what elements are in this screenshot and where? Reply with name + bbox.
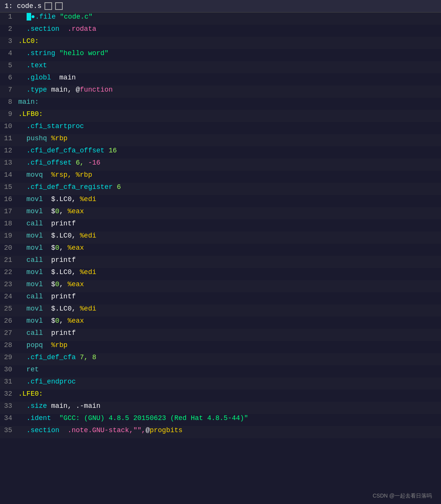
line-content: .section .rodata (18, 25, 96, 33)
code-line: 7 .type main, @function (0, 86, 441, 98)
line-content: movl $.LC0, %edi (18, 195, 96, 203)
line-number: 11 (0, 135, 18, 142)
line-number: 9 (0, 110, 18, 118)
line-number: 31 (0, 378, 18, 385)
line-number: 8 (0, 98, 18, 106)
code-line: 27 call printf (0, 329, 441, 341)
line-number: 30 (0, 366, 18, 373)
line-content: .type main, @function (18, 86, 113, 94)
code-line: 18 call printf (0, 219, 441, 231)
line-number: 32 (0, 390, 18, 398)
code-line: 28 popq %rbp (0, 341, 441, 353)
code-line: 22 movl $.LC0, %edi (0, 268, 441, 280)
cursor-dot (27, 13, 31, 21)
line-content: .cfi_startproc (18, 122, 84, 130)
line-number: 12 (0, 147, 18, 154)
code-line: 2 .section .rodata (0, 25, 441, 37)
line-number: 28 (0, 341, 18, 349)
line-content: .LC0: (18, 37, 39, 45)
code-line: 26 movl $0, %eax (0, 317, 441, 329)
window-btn-1[interactable] (44, 2, 52, 10)
line-content: movl $0, %eax (18, 281, 84, 288)
line-number: 26 (0, 317, 18, 325)
code-line: 32.LFE0: (0, 390, 441, 402)
line-number: 2 (0, 25, 18, 33)
code-line: 4 .string "hello word" (0, 49, 441, 61)
code-line: 13 .cfi_offset 6, -16 (0, 158, 441, 171)
window-btn-2[interactable] (55, 2, 63, 10)
line-content: ●.file "code.c" (18, 13, 93, 21)
line-content: pushq %rbp (18, 135, 68, 142)
line-content: .cfi_def_cfa 7, 8 (18, 353, 96, 361)
line-number: 6 (0, 74, 18, 81)
line-number: 33 (0, 402, 18, 410)
code-line: 5 .text (0, 61, 441, 73)
line-number: 25 (0, 305, 18, 312)
code-line: 1 ●.file "code.c" (0, 13, 441, 25)
line-content: popq %rbp (18, 341, 68, 349)
code-line: 30 ret (0, 365, 441, 377)
line-content: call printf (18, 256, 76, 264)
line-content: movl $0, %eax (18, 317, 84, 325)
line-content: .LFE0: (18, 390, 43, 398)
code-line: 34 .ident "GCC: (GNU) 4.8.5 20150623 (Re… (0, 414, 441, 426)
line-number: 16 (0, 195, 18, 203)
line-content: .text (18, 62, 47, 69)
code-line: 8main: (0, 98, 441, 110)
line-number: 1 (0, 13, 18, 21)
line-number: 27 (0, 329, 18, 337)
code-area: 1 ●.file "code.c"2 .section .rodata3.LC0… (0, 13, 441, 438)
line-number: 7 (0, 86, 18, 94)
code-line: 16 movl $.LC0, %edi (0, 195, 441, 207)
code-line: 11 pushq %rbp (0, 134, 441, 146)
line-number: 23 (0, 281, 18, 288)
code-line: 19 movl $.LC0, %edi (0, 231, 441, 244)
line-content: .ident "GCC: (GNU) 4.8.5 20150623 (Red H… (18, 414, 248, 422)
line-number: 3 (0, 37, 18, 45)
line-number: 18 (0, 220, 18, 227)
title-label: 1: code.s (5, 2, 41, 10)
line-content: movl $.LC0, %edi (18, 232, 96, 239)
code-line: 12 .cfi_def_cfa_offset 16 (0, 146, 441, 158)
code-line: 31 .cfi_endproc (0, 377, 441, 390)
line-number: 17 (0, 208, 18, 215)
line-number: 34 (0, 414, 18, 422)
line-number: 35 (0, 426, 18, 434)
title-bar: 1: code.s (0, 0, 441, 13)
line-content: main: (18, 98, 39, 106)
line-content: .cfi_offset 6, -16 (18, 159, 100, 166)
code-line: 20 movl $0, %eax (0, 244, 441, 256)
line-number: 20 (0, 244, 18, 252)
line-number: 21 (0, 256, 18, 264)
line-number: 22 (0, 268, 18, 276)
line-number: 4 (0, 49, 18, 57)
line-content: movl $.LC0, %edi (18, 268, 96, 276)
line-content: ret (18, 366, 39, 373)
line-content: call printf (18, 329, 76, 337)
line-number: 10 (0, 122, 18, 130)
code-line: 35 .section .note.GNU-stack,"",@progbits (0, 426, 441, 438)
code-line: 14 movq %rsp, %rbp (0, 171, 441, 183)
line-number: 5 (0, 62, 18, 69)
code-line: 21 call printf (0, 256, 441, 268)
line-content: movq %rsp, %rbp (18, 171, 92, 179)
line-content: movl $.LC0, %edi (18, 305, 96, 312)
line-number: 13 (0, 159, 18, 166)
code-line: 29 .cfi_def_cfa 7, 8 (0, 353, 441, 365)
line-number: 15 (0, 183, 18, 191)
line-content: .section .note.GNU-stack,"",@progbits (18, 426, 182, 434)
line-content: .size main, .-main (18, 402, 100, 410)
code-line: 33 .size main, .-main (0, 402, 441, 414)
line-content: call printf (18, 220, 76, 227)
code-line: 3.LC0: (0, 37, 441, 49)
code-line: 15 .cfi_def_cfa_register 6 (0, 183, 441, 195)
line-content: .string "hello word" (18, 49, 109, 57)
code-line: 6 .globl main (0, 73, 441, 86)
code-line: 23 movl $0, %eax (0, 280, 441, 292)
code-line: 10 .cfi_startproc (0, 122, 441, 134)
code-line: 17 movl $0, %eax (0, 207, 441, 219)
line-number: 14 (0, 171, 18, 179)
line-content: movl $0, %eax (18, 208, 84, 215)
watermark: CSDN @一起去看日落吗 (373, 493, 432, 499)
line-content: .cfi_endproc (18, 378, 76, 385)
